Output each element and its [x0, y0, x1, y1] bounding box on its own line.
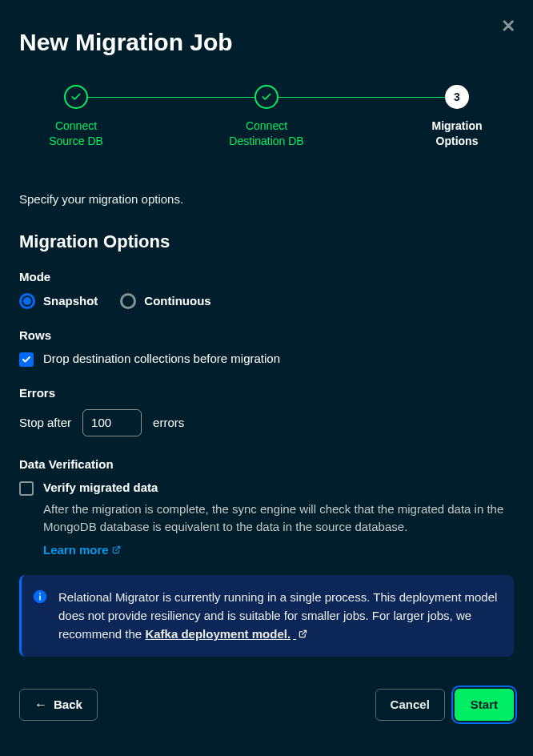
- svg-line-0: [115, 546, 119, 550]
- info-icon: [33, 589, 47, 604]
- errors-label: Errors: [19, 386, 514, 400]
- arrow-left-icon: ←: [34, 698, 47, 711]
- back-button[interactable]: ← Back: [19, 689, 98, 721]
- instruction-text: Specify your migration options.: [19, 192, 514, 206]
- svg-line-4: [303, 631, 307, 635]
- mode-radio-group: Snapshot Continuous: [19, 293, 514, 309]
- external-link-icon: [299, 629, 307, 638]
- check-icon: [70, 91, 82, 103]
- step-number: 3: [454, 90, 460, 103]
- step-label: MigrationOptions: [432, 119, 483, 149]
- learn-more-text: Learn more: [43, 543, 109, 557]
- info-banner: Relational Migrator is currently running…: [19, 575, 514, 657]
- start-label: Start: [471, 698, 498, 711]
- section-title: Migration Options: [19, 231, 514, 252]
- step-connect-destination: ConnectDestination DB: [222, 85, 311, 149]
- dialog-title: New Migration Job: [19, 29, 514, 56]
- errors-row: Stop after errors: [19, 409, 514, 436]
- errors-pretext: Stop after: [19, 416, 71, 429]
- radio-label: Snapshot: [43, 294, 98, 308]
- errors-posttext: errors: [153, 416, 184, 429]
- radio-icon: [19, 293, 35, 309]
- mode-label: Mode: [19, 270, 514, 284]
- drop-collections-label: Drop destination collections before migr…: [43, 352, 280, 365]
- step-circle: [64, 85, 88, 109]
- drop-collections-checkbox[interactable]: [19, 352, 34, 367]
- step-migration-options: 3 MigrationOptions: [413, 85, 501, 149]
- back-label: Back: [54, 698, 82, 711]
- stepper: ConnectSource DB ConnectDestination DB 3…: [32, 85, 501, 149]
- check-icon: [261, 91, 272, 103]
- mode-radio-continuous[interactable]: Continuous: [120, 293, 210, 309]
- verify-description: After the migration is complete, the syn…: [43, 501, 514, 537]
- verify-checkbox[interactable]: [19, 481, 34, 496]
- rows-label: Rows: [19, 328, 514, 342]
- svg-rect-2: [39, 595, 41, 600]
- verify-label: Data Verification: [19, 457, 514, 471]
- mode-radio-snapshot[interactable]: Snapshot: [19, 293, 98, 309]
- errors-input[interactable]: [82, 409, 142, 436]
- step-circle: [254, 85, 279, 109]
- verify-row: Verify migrated data: [19, 481, 514, 496]
- check-icon: [22, 355, 31, 364]
- svg-rect-3: [39, 593, 41, 594]
- close-button[interactable]: ✕: [501, 18, 515, 35]
- footer: ← Back Cancel Start: [19, 689, 514, 721]
- start-button[interactable]: Start: [455, 689, 514, 721]
- cancel-label: Cancel: [391, 698, 430, 711]
- radio-label: Continuous: [144, 294, 210, 308]
- step-circle: 3: [445, 85, 469, 109]
- step-connect-source: ConnectSource DB: [32, 85, 120, 149]
- step-label: ConnectSource DB: [49, 119, 103, 149]
- cancel-button[interactable]: Cancel: [375, 689, 445, 721]
- kafka-link[interactable]: Kafka deployment model.: [145, 625, 307, 643]
- step-label: ConnectDestination DB: [229, 119, 303, 149]
- verify-checkbox-label: Verify migrated data: [43, 481, 158, 494]
- close-icon: ✕: [501, 16, 515, 36]
- radio-icon: [120, 293, 136, 309]
- learn-more-link[interactable]: Learn more: [43, 543, 121, 557]
- external-link-icon: [112, 545, 121, 554]
- drop-collections-row: Drop destination collections before migr…: [19, 352, 514, 367]
- banner-text: Relational Migrator is currently running…: [58, 588, 499, 644]
